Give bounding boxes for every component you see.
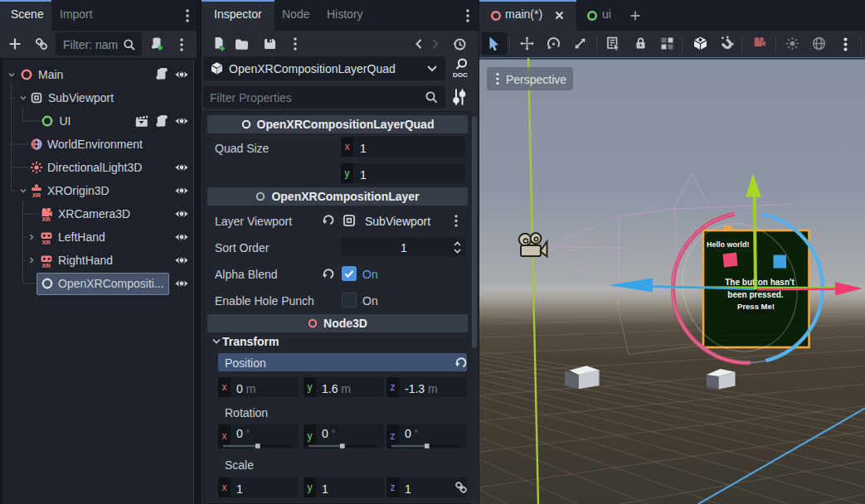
svg-text:XR: XR (42, 239, 51, 245)
svg-text:been pressed.: been pressed. (727, 290, 783, 299)
svg-text:Press Me!: Press Me! (737, 302, 775, 311)
svg-text:Hello world!: Hello world! (707, 240, 750, 249)
svg-text:DOC: DOC (453, 71, 468, 79)
svg-text:XR: XR (42, 262, 51, 268)
svg-text:XR: XR (42, 216, 51, 221)
svg-text:XR: XR (32, 191, 41, 197)
svg-text:The button hasn't: The button hasn't (725, 278, 795, 287)
